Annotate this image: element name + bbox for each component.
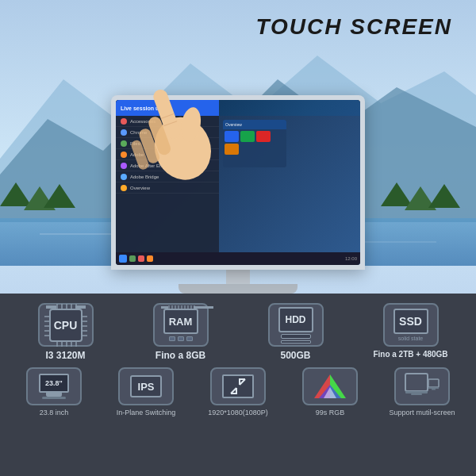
- cpu-text: CPU: [54, 319, 78, 332]
- monitor-stand-base: [178, 284, 298, 294]
- hdd-icon-box: HDD: [268, 303, 324, 347]
- spec-multiscreen: Support mutil-screen: [381, 367, 463, 418]
- svg-rect-51: [428, 387, 439, 389]
- taskbar-icon-3: [147, 255, 153, 262]
- start-btn: [119, 255, 127, 263]
- monitor-stand-neck: [226, 270, 250, 284]
- screen-size-icon: 23.8": [26, 367, 82, 405]
- cpu-value: I3 3120M: [45, 350, 85, 361]
- bottom-section: CPU I3 3120M: [0, 294, 476, 476]
- ips-icon: IPS: [118, 367, 174, 405]
- svg-line-41: [231, 388, 236, 393]
- cpu-icon-box: CPU: [38, 303, 94, 347]
- hand-pointer: [103, 40, 238, 190]
- resolution-value: 1920*1080(1080P): [208, 409, 268, 418]
- ram-chip: RAM: [163, 309, 198, 334]
- spec-hdd: HDD 500GB: [243, 303, 348, 361]
- ram-text: RAM: [169, 316, 193, 328]
- multiscreen-icon-box: [394, 367, 450, 405]
- ssd-box: SSD: [393, 309, 428, 334]
- svg-rect-47: [405, 374, 428, 391]
- ram-value: Fino a 8GB: [155, 350, 205, 361]
- hdd-box: HDD: [278, 307, 313, 332]
- spec-cpu: CPU I3 3120M: [13, 303, 118, 361]
- spec-color: 99s RGB: [289, 367, 371, 418]
- ssd-text: SSD: [399, 315, 422, 328]
- spec-screen-size: 23.8" 23.8 inch: [13, 367, 95, 418]
- taskbar-time: 12:00: [345, 256, 357, 261]
- hdd-text: HDD: [286, 314, 306, 325]
- multiscreen-svg: [405, 373, 440, 400]
- spec-resolution: 1920*1080(1080P): [197, 367, 279, 418]
- cpu-chip: CPU: [49, 309, 83, 342]
- touch-screen-label: TOUCH SCREEN: [255, 14, 452, 40]
- ips-value: In-Plane Switching: [117, 409, 176, 418]
- svg-rect-50: [428, 379, 439, 387]
- taskbar-icon-1: [129, 255, 136, 262]
- ram-icon-box: RAM: [153, 303, 209, 347]
- svg-rect-52: [432, 389, 436, 390]
- svg-line-42: [240, 379, 245, 385]
- color-icon-box: [302, 367, 358, 405]
- svg-rect-49: [411, 393, 422, 395]
- hdd-value: 500GB: [280, 350, 310, 361]
- svg-rect-48: [405, 391, 428, 393]
- spec-ram: RAM Fino a 8GB: [128, 303, 233, 361]
- screen-size-value: 23.8 inch: [40, 409, 69, 418]
- desktop-content: Overview: [219, 116, 360, 252]
- ssd-icon-box: SSD solid state: [383, 303, 439, 347]
- spec-ips: IPS In-Plane Switching: [105, 367, 187, 418]
- taskbar-icon-2: [138, 255, 144, 262]
- ips-box: IPS: [130, 375, 162, 397]
- win-taskbar: 12:00: [116, 252, 360, 265]
- resolution-icon-box: [210, 367, 266, 405]
- spec-ssd: SSD solid state Fino a 2TB + 480GB: [358, 303, 463, 361]
- specs-row-2: 23.8" 23.8 inch IPS In-Plane Switching: [13, 367, 463, 418]
- rgb-triangle: [313, 373, 347, 400]
- multiscreen-value: Support mutil-screen: [389, 409, 455, 418]
- color-value: 99s RGB: [316, 409, 345, 418]
- top-section: TOUCH SCREEN Live session user Accessori…: [0, 0, 476, 294]
- specs-row-1: CPU I3 3120M: [13, 303, 463, 361]
- monitor-size-label: 23.8": [45, 379, 63, 387]
- ssd-value: Fino a 2TB + 480GB: [373, 350, 447, 359]
